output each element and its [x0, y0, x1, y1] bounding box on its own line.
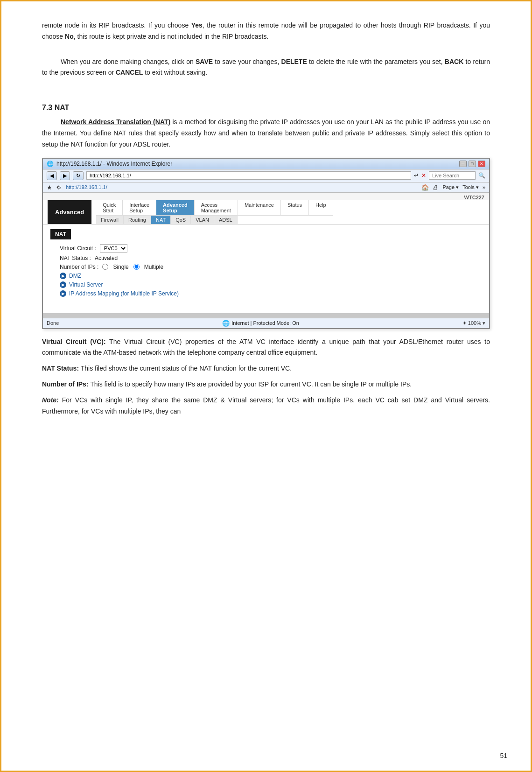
radio-multiple[interactable]: [133, 264, 140, 270]
nat-status-paragraph: NAT Status: This filed shows the current…: [42, 363, 490, 374]
nat-status-row: NAT Status : Activated: [60, 255, 482, 261]
more-button[interactable]: »: [483, 184, 485, 190]
device-name: WTC227: [464, 195, 484, 200]
back-nav-button[interactable]: ◀: [47, 171, 57, 180]
refresh-button[interactable]: ↻: [73, 171, 84, 180]
rss-icon: ⛭: [56, 184, 62, 191]
nat-status-value: Activated: [95, 255, 118, 261]
address-input[interactable]: [86, 171, 411, 180]
nat-status-title: NAT Status:: [42, 365, 79, 372]
live-search-input[interactable]: [429, 171, 476, 180]
back-label: BACK: [445, 58, 463, 65]
nat-status-label: NAT Status :: [60, 255, 91, 261]
nav-item-adsl[interactable]: ADSL: [214, 216, 238, 224]
zoom-dropdown[interactable]: ▾: [483, 320, 485, 326]
forward-nav-button[interactable]: ▶: [60, 171, 70, 180]
browser-window: 🌐 http://192.168.1.1/ - Windows Internet…: [42, 158, 490, 329]
nav-item-nat[interactable]: NAT: [151, 216, 171, 224]
num-ips-text: This field is to specify how many IPs ar…: [89, 380, 412, 388]
nat-section-title: NAT: [50, 229, 71, 239]
delete-label: DELETE: [281, 58, 307, 65]
ip-count-radio-group: Single Multiple: [102, 264, 163, 270]
yes-text: Yes: [191, 21, 203, 29]
dmz-arrow-icon: ▶: [60, 273, 66, 279]
content-area: NAT Virtual Circuit : PVC0 NAT Status : …: [43, 225, 489, 313]
virtual-circuit-row: Virtual Circuit : PVC0: [60, 244, 482, 253]
vc-title: Virtual Circuit (VC):: [42, 338, 106, 345]
nav-item-quick-start[interactable]: QuickStart: [96, 200, 123, 215]
favorites-icon: ★: [47, 184, 52, 191]
status-center: 🌐 Internet | Protected Mode: On: [222, 320, 299, 327]
virtual-server-arrow-icon: ▶: [60, 281, 66, 288]
tools-menu[interactable]: Tools ▾: [462, 184, 479, 190]
router-body: WTC227 Advanced QuickStart InterfaceSetu…: [43, 193, 489, 318]
stop-icon: ✕: [421, 172, 426, 179]
section-title: 7.3 NAT: [42, 104, 490, 112]
dmz-link[interactable]: ▶ DMZ: [60, 273, 482, 279]
nat-form: Virtual Circuit : PVC0 NAT Status : Acti…: [50, 244, 482, 297]
nat-intro-paragraph: Network Address Translation (NAT) is a m…: [42, 117, 490, 150]
note-label: Note:: [42, 396, 59, 404]
close-button[interactable]: ✕: [478, 161, 485, 167]
vc-text: The Virtual Circuit (VC) properties of t…: [42, 338, 490, 357]
nav-bottom-row: Firewall Routing NAT QoS VLAN ADSL: [96, 215, 333, 224]
nav-item-help[interactable]: Help: [309, 200, 333, 215]
virtual-server-label: Virtual Server: [69, 281, 103, 288]
nav-item-interface-setup[interactable]: InterfaceSetup: [123, 200, 156, 215]
number-of-ips-row: Number of IPs : Single Multiple: [60, 264, 482, 270]
nav-item-advanced-setup[interactable]: AdvancedSetup: [156, 200, 195, 215]
minimize-button[interactable]: ─: [459, 161, 467, 167]
save-label: SAVE: [196, 58, 213, 65]
nav-item-access-management[interactable]: AccessManagement: [195, 200, 238, 215]
radio-single-label: Single: [113, 264, 128, 270]
num-ips-title: Number of IPs:: [42, 380, 89, 388]
restore-button[interactable]: □: [469, 161, 476, 167]
dmz-label: DMZ: [69, 273, 81, 279]
nat-status-text: This filed shows the current status of t…: [79, 365, 292, 372]
status-center-text: Internet | Protected Mode: On: [231, 320, 299, 326]
status-globe-icon: 🌐: [222, 320, 230, 327]
router-navbar: Advanced QuickStart InterfaceSetup Advan…: [43, 200, 489, 225]
browser-addressbar: ◀ ▶ ↻ ↵ ✕ 🔍: [43, 169, 489, 182]
ip-mapping-arrow-icon: ▶: [60, 290, 66, 297]
virtual-circuit-select[interactable]: PVC0: [100, 244, 127, 253]
browser-title-left: 🌐 http://192.168.1.1/ - Windows Internet…: [47, 161, 172, 167]
page-menu[interactable]: Page ▾: [442, 184, 459, 190]
browser-toolbar: ★ ⛭ http://192.168.1.1/ 🏠 🖨 Page ▾ Tools…: [43, 182, 489, 193]
number-of-ips-label: Number of IPs :: [60, 264, 98, 270]
browser-titlebar: 🌐 http://192.168.1.1/ - Windows Internet…: [43, 159, 489, 169]
print-icon[interactable]: 🖨: [433, 184, 439, 191]
nav-groups: QuickStart InterfaceSetup AdvancedSetup …: [96, 200, 333, 224]
home-icon[interactable]: 🏠: [421, 184, 429, 191]
note-text: For VCs with single IP, they share the s…: [42, 396, 490, 415]
nav-item-status[interactable]: Status: [281, 200, 309, 215]
nav-item-vlan[interactable]: VLAN: [191, 216, 214, 224]
browser-title-text: http://192.168.1.1/ - Windows Internet E…: [56, 161, 172, 167]
nav-item-qos[interactable]: QoS: [171, 216, 191, 224]
virtual-circuit-label: Virtual Circuit :: [60, 245, 96, 252]
radio-multiple-label: Multiple: [144, 264, 163, 270]
nat-link[interactable]: Network Address Translation (NAT): [61, 118, 170, 126]
nav-item-firewall[interactable]: Firewall: [96, 216, 124, 224]
radio-single[interactable]: [102, 264, 108, 270]
status-right: ✦ 100% ▾: [462, 320, 485, 326]
nav-item-routing[interactable]: Routing: [124, 216, 151, 224]
search-icon: 🔍: [478, 172, 485, 179]
ip-mapping-label: IP Address Mapping (for Multiple IP Serv…: [69, 290, 179, 297]
page-number: 51: [500, 752, 507, 759]
nav-advanced-label: Advanced: [48, 200, 91, 224]
intro-paragraph-1: remote node in its RIP broadcasts. If yo…: [42, 20, 490, 42]
browser-status-bar: Done 🌐 Internet | Protected Mode: On ✦ 1…: [43, 318, 489, 328]
nav-item-maintenance[interactable]: Maintenance: [238, 200, 281, 215]
toolbar-url[interactable]: http://192.168.1.1/: [66, 184, 107, 190]
virtual-server-link[interactable]: ▶ Virtual Server: [60, 281, 482, 288]
nav-top-row: QuickStart InterfaceSetup AdvancedSetup …: [96, 200, 333, 215]
cancel-label: CANCEL: [116, 69, 143, 76]
status-left: Done: [47, 320, 59, 326]
go-icon: ↵: [414, 172, 419, 179]
note-paragraph: Note: For VCs with single IP, they share…: [42, 395, 490, 417]
save-note-paragraph: When you are done making changes, click …: [42, 56, 490, 79]
ip-address-mapping-link[interactable]: ▶ IP Address Mapping (for Multiple IP Se…: [60, 290, 482, 297]
num-ips-paragraph: Number of IPs: This field is to specify …: [42, 379, 490, 390]
browser-titlebar-right: ─ □ ✕: [459, 161, 485, 167]
